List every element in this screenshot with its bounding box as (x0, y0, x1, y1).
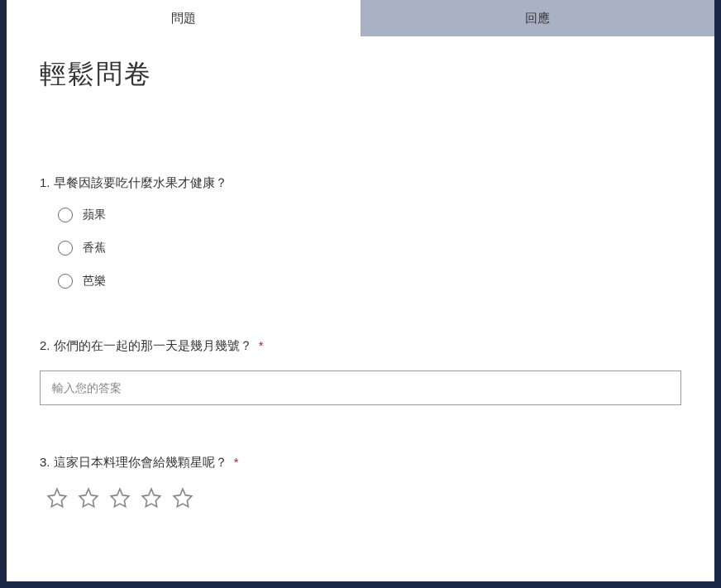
radio-label-1: 蘋果 (83, 208, 106, 222)
question-3: 3. 這家日本料理你會給幾顆星呢？ * (40, 455, 681, 512)
question-3-label: 3. 這家日本料理你會給幾顆星呢？ * (40, 455, 681, 471)
radio-label-3: 芭樂 (83, 274, 106, 289)
radio-circle-icon (58, 241, 73, 256)
star-icon-5[interactable] (172, 487, 193, 512)
question-2-number: 2. (40, 338, 50, 352)
question-1-label: 1. 早餐因該要吃什麼水果才健康？ (40, 175, 681, 191)
question-2: 2. 你們的在一起的那一天是幾月幾號？ * (40, 338, 681, 405)
question-2-label: 2. 你們的在一起的那一天是幾月幾號？ * (40, 338, 681, 354)
form-container: 問題 回應 輕鬆問卷 1. 早餐因該要吃什麼水果才健康？ 蘋果 香 (7, 0, 714, 581)
required-mark: * (234, 455, 239, 469)
form-content: 輕鬆問卷 1. 早餐因該要吃什麼水果才健康？ 蘋果 香蕉 (7, 36, 714, 581)
tab-questions[interactable]: 問題 (7, 0, 360, 36)
question-3-text: 這家日本料理你會給幾顆星呢？ (54, 455, 227, 469)
question-1-text: 早餐因該要吃什麼水果才健康？ (54, 175, 227, 189)
star-icon-3[interactable] (109, 487, 131, 512)
radio-option-1[interactable]: 蘋果 (58, 208, 681, 222)
radio-option-3[interactable]: 芭樂 (58, 274, 681, 289)
radio-circle-icon (58, 274, 73, 289)
outer-frame: 問題 回應 輕鬆問卷 1. 早餐因該要吃什麼水果才健康？ 蘋果 香 (0, 0, 721, 588)
question-2-text: 你們的在一起的那一天是幾月幾號？ (54, 338, 252, 352)
question-3-number: 3. (40, 455, 50, 469)
star-icon-2[interactable] (78, 487, 99, 512)
radio-label-2: 香蕉 (83, 241, 106, 256)
star-rating (40, 487, 681, 512)
form-title: 輕鬆問卷 (40, 56, 681, 93)
question-1-number: 1. (40, 175, 50, 189)
question-1-options: 蘋果 香蕉 芭樂 (40, 208, 681, 289)
star-icon-4[interactable] (141, 487, 162, 512)
star-icon-1[interactable] (46, 487, 68, 512)
tab-responses[interactable]: 回應 (360, 0, 714, 36)
tabs-bar: 問題 回應 (7, 0, 714, 36)
answer-input[interactable] (40, 370, 681, 405)
radio-circle-icon (58, 208, 73, 222)
required-mark: * (259, 338, 264, 352)
question-1: 1. 早餐因該要吃什麼水果才健康？ 蘋果 香蕉 芭樂 (40, 175, 681, 289)
radio-option-2[interactable]: 香蕉 (58, 241, 681, 256)
